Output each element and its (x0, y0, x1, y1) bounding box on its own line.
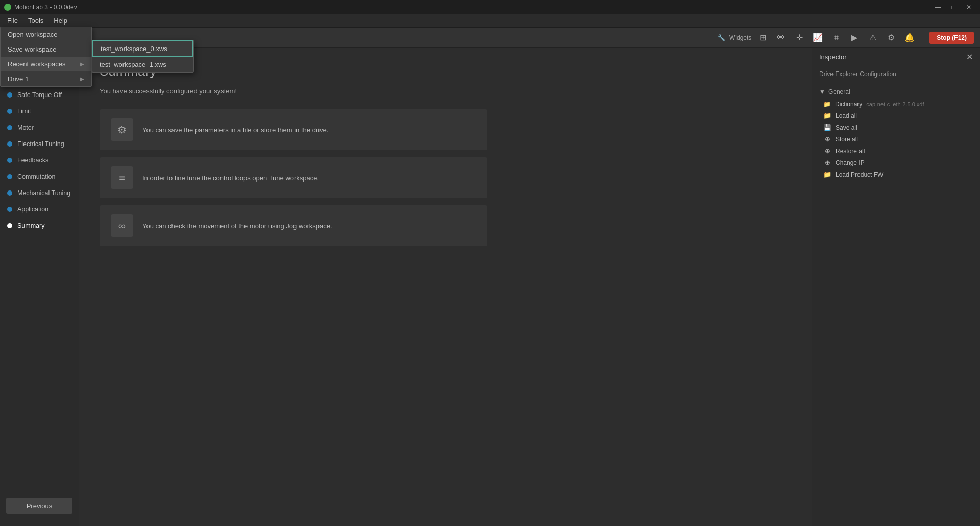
info-card-tune-text: In order to fine tune the control loops … (142, 174, 319, 182)
info-card-jog: ∞ You can check the movement of the moto… (100, 205, 487, 246)
info-card-save-text: You can save the parameters in a file or… (142, 126, 328, 134)
app-body: ☰ Tune ∞ Jog 🔧 Widgets ⊞ 👁 ✛ 📈 ⌗ ▶ ⚠ ⚙ 🔔… (0, 28, 980, 526)
store-icon: ⊕ (823, 135, 831, 143)
drive1-item[interactable]: Drive 1 ▶ (1, 71, 91, 86)
inspector-general-section: ▼ General 📁 Dictionary cap-net-c_eth-2.5… (812, 82, 980, 184)
submenu-arrow-icon: ▶ (80, 61, 84, 67)
info-card-save-icon: ⚙ (111, 118, 133, 141)
inspector-close-button[interactable]: ✕ (966, 52, 973, 62)
sidebar-item-motor[interactable]: Motor (0, 119, 79, 136)
sidebar-item-safe-torque[interactable]: Safe Torque Off (0, 87, 79, 103)
menu-file[interactable]: File (2, 16, 23, 26)
app-title: MotionLab 3 - 0.0.0dev (14, 4, 77, 11)
inspector-change-ip-row[interactable]: ⊕ Change IP (812, 157, 980, 169)
gear-icon-btn[interactable]: ⚙ (884, 31, 898, 45)
file-menu-dropdown: Open workspace Save workspace Recent wor… (0, 27, 92, 87)
restore-icon: ⊕ (823, 147, 831, 155)
recent-workspaces-item[interactable]: Recent workspaces ▶ (1, 57, 91, 71)
close-button[interactable]: ✕ (962, 2, 976, 13)
inspector-load-all-row[interactable]: 📁 Load all (812, 110, 980, 122)
save-icon: 💾 (823, 124, 831, 131)
dot-commutation (7, 174, 12, 179)
folder-load-icon: 📁 (823, 112, 831, 119)
app-icon (4, 4, 11, 11)
recent-workspace-0[interactable]: test_workspace_0.xws (92, 40, 193, 57)
recent-workspace-1[interactable]: test_workspace_1.xws (92, 57, 193, 72)
widgets-text: Widgets (729, 34, 751, 41)
sidebar: Drive overview Before your start Safe To… (0, 48, 79, 526)
inspector-general-header[interactable]: ▼ General (812, 86, 980, 99)
dot-feedbacks (7, 158, 12, 163)
page-title: Summary (100, 63, 791, 79)
step-icon-btn[interactable]: ⌗ (829, 31, 843, 45)
inspector-store-all-row[interactable]: ⊕ Store all (812, 133, 980, 145)
dot-limit (7, 109, 12, 114)
maximize-button[interactable]: □ (946, 2, 961, 13)
previous-button[interactable]: Previous (6, 498, 72, 514)
move-icon-btn[interactable]: ✛ (792, 31, 806, 45)
sidebar-item-summary[interactable]: Summary (0, 218, 79, 234)
warning-icon-btn[interactable]: ⚠ (866, 31, 880, 45)
minimize-button[interactable]: — (931, 2, 945, 13)
recent-workspaces-submenu: test_workspace_0.xws test_workspace_1.xw… (92, 40, 194, 73)
dot-safe-torque (7, 92, 12, 98)
inspector-header: Inspector ✕ (812, 48, 980, 66)
open-workspace-item[interactable]: Open workspace (1, 27, 91, 42)
info-card-tune-icon: ≡ (111, 166, 133, 189)
save-workspace-item[interactable]: Save workspace (1, 42, 91, 57)
dictionary-value: cap-net-c_eth-2.5.0.xdf (866, 101, 924, 107)
sidebar-item-mechanical-tuning[interactable]: Mechanical Tuning (0, 185, 79, 201)
chart-icon-btn[interactable]: 📈 (811, 31, 825, 45)
sidebar-item-application[interactable]: Application (0, 201, 79, 218)
content-area: Drive overview Before your start Safe To… (0, 48, 980, 526)
title-bar-controls: — □ ✕ (931, 2, 976, 13)
main-content: Summary You have successfully configured… (79, 48, 812, 526)
info-card-save: ⚙ You can save the parameters in a file … (100, 109, 487, 150)
folder-icon: 📁 (823, 101, 831, 108)
sidebar-item-commutation[interactable]: Commutation (0, 169, 79, 185)
inspector-panel: Inspector ✕ Drive Explorer Configuration… (812, 48, 980, 526)
inspector-load-product-fw-row[interactable]: 📁 Load Product FW (812, 169, 980, 180)
stop-button[interactable]: Stop (F12) (929, 32, 974, 44)
info-card-jog-text: You can check the movement of the motor … (142, 222, 332, 230)
inspector-save-all-row[interactable]: 💾 Save all (812, 122, 980, 133)
grid-icon-btn[interactable]: ⊞ (755, 31, 770, 45)
sidebar-item-feedbacks[interactable]: Feedbacks (0, 152, 79, 169)
sidebar-item-limit[interactable]: Limit (0, 103, 79, 119)
dot-mechanical-tuning (7, 190, 12, 196)
dot-electrical-tuning (7, 141, 12, 147)
dot-motor (7, 125, 12, 130)
submenu-arrow-icon2: ▶ (80, 76, 84, 82)
dot-summary (7, 223, 12, 228)
page-subtitle: You have successfully configured your sy… (100, 87, 791, 95)
bell-icon-btn[interactable]: 🔔 (902, 31, 917, 45)
collapse-icon: ▼ (819, 88, 825, 95)
menu-tools[interactable]: Tools (23, 16, 48, 26)
change-ip-icon: ⊕ (823, 159, 831, 166)
inspector-subheader: Drive Explorer Configuration (812, 66, 980, 82)
load-fw-icon: 📁 (823, 171, 831, 178)
eye-icon-btn[interactable]: 👁 (774, 31, 788, 45)
title-bar: MotionLab 3 - 0.0.0dev — □ ✕ (0, 0, 980, 14)
terminal-icon-btn[interactable]: ▶ (847, 31, 862, 45)
toolbar-right: 🔧 Widgets ⊞ 👁 ✛ 📈 ⌗ ▶ ⚠ ⚙ 🔔 Stop (F12) (718, 31, 974, 45)
info-card-jog-icon: ∞ (111, 214, 133, 237)
dot-application (7, 207, 12, 212)
inspector-dictionary-row: 📁 Dictionary cap-net-c_eth-2.5.0.xdf (812, 99, 980, 110)
widgets-label: 🔧 (718, 34, 725, 41)
menu-help[interactable]: Help (48, 16, 72, 26)
toolbar-divider (923, 33, 923, 43)
info-card-tune: ≡ In order to fine tune the control loop… (100, 157, 487, 198)
menu-bar: File Tools Help (0, 14, 980, 28)
inspector-title: Inspector (819, 53, 846, 61)
title-bar-left: MotionLab 3 - 0.0.0dev (4, 4, 77, 11)
inspector-restore-all-row[interactable]: ⊕ Restore all (812, 145, 980, 157)
sidebar-item-electrical-tuning[interactable]: Electrical Tuning (0, 136, 79, 152)
